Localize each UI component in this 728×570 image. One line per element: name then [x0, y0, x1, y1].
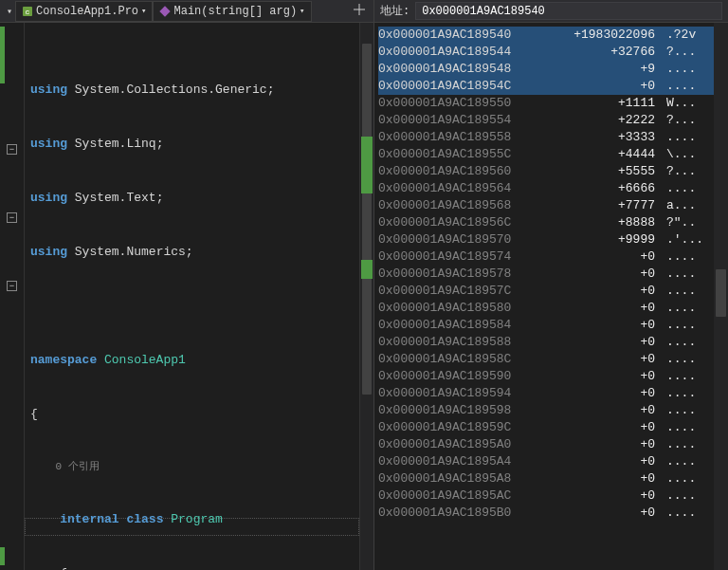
memory-row[interactable]: 0x000001A9AC189598+0.... [378, 402, 728, 419]
memory-value: +7777 [553, 197, 666, 214]
memory-row[interactable]: 0x000001A9AC189554+2222?... [378, 112, 728, 129]
memory-value: +0 [553, 453, 666, 470]
method-scope-label: Main(string[] arg) [173, 5, 297, 18]
memory-address: 0x000001A9AC189548 [378, 61, 553, 78]
fold-glyph[interactable]: − [7, 212, 17, 223]
memory-value: +9999 [553, 231, 666, 248]
memory-value: +6666 [553, 180, 666, 197]
memory-address: 0x000001A9AC18957C [378, 283, 553, 300]
memory-value: +5555 [553, 163, 666, 180]
code-editor[interactable]: − − − using System.Collections.Generic; … [0, 23, 373, 570]
memory-address: 0x000001A9AC1895A8 [378, 470, 553, 487]
memory-row[interactable]: 0x000001A9AC1895B0+0.... [378, 505, 728, 522]
memory-row[interactable]: 0x000001A9AC1895A0+0.... [378, 436, 728, 453]
memory-row[interactable]: 0x000001A9AC18955C+4444\... [378, 146, 728, 163]
memory-value: +0 [553, 487, 666, 505]
svg-text:c: c [26, 8, 30, 16]
memory-row[interactable]: 0x000001A9AC189560+5555?... [378, 163, 728, 180]
memory-value: +2222 [553, 112, 666, 129]
memory-value: +0 [553, 419, 666, 436]
memory-address: 0x000001A9AC189568 [378, 197, 553, 214]
file-scope-label: ConsoleApp1.Pro [36, 5, 138, 18]
memory-scrollbar[interactable] [714, 23, 728, 570]
memory-row[interactable]: 0x000001A9AC18959C+0.... [378, 419, 728, 436]
memory-address: 0x000001A9AC189560 [378, 163, 553, 180]
memory-row[interactable]: 0x000001A9AC189540+1983022096.?2v [378, 27, 728, 44]
memory-value: +0 [553, 334, 666, 351]
memory-row[interactable]: 0x000001A9AC1895AC+0.... [378, 487, 728, 505]
nav-left-icon[interactable]: ▾ [4, 6, 15, 17]
file-scope-tab[interactable]: c ConsoleApp1.Pro ▾ [15, 1, 153, 22]
memory-row[interactable]: 0x000001A9AC189550+1111W... [378, 95, 728, 112]
memory-row[interactable]: 0x000001A9AC18957C+0.... [378, 283, 728, 300]
memory-address: 0x000001A9AC18956C [378, 214, 553, 231]
memory-row[interactable]: 0x000001A9AC189570+9999.'... [378, 231, 728, 248]
memory-row[interactable]: 0x000001A9AC189590+0.... [378, 368, 728, 385]
memory-row[interactable]: 0x000001A9AC189548+9.... [378, 61, 728, 78]
memory-address: 0x000001A9AC189558 [378, 129, 553, 146]
chevron-down-icon: ▾ [141, 6, 146, 16]
memory-value: +0 [553, 505, 666, 522]
memory-row[interactable]: 0x000001A9AC1895A4+0.... [378, 453, 728, 470]
memory-row[interactable]: 0x000001A9AC189588+0.... [378, 334, 728, 351]
memory-value: +0 [553, 283, 666, 300]
memory-value: +0 [553, 248, 666, 266]
fold-glyph[interactable]: − [7, 281, 17, 291]
memory-address: 0x000001A9AC189584 [378, 317, 553, 334]
memory-address: 0x000001A9AC189590 [378, 368, 553, 385]
address-label: 地址: [380, 3, 410, 19]
memory-row[interactable]: 0x000001A9AC189574+0.... [378, 248, 728, 266]
memory-row[interactable]: 0x000001A9AC18958C+0.... [378, 351, 728, 368]
memory-value: +0 [553, 436, 666, 453]
code-editor-pane: ▾ c ConsoleApp1.Pro ▾ Main(string[] arg)… [0, 0, 374, 570]
memory-row[interactable]: 0x000001A9AC189580+0.... [378, 300, 728, 317]
memory-address: 0x000001A9AC189570 [378, 231, 553, 248]
memory-value: +1983022096 [553, 27, 666, 44]
address-input[interactable] [415, 2, 722, 20]
memory-value: +0 [553, 78, 666, 95]
memory-address: 0x000001A9AC189588 [378, 334, 553, 351]
memory-address: 0x000001A9AC189540 [378, 27, 553, 44]
memory-value: +3333 [553, 129, 666, 146]
method-scope-tab[interactable]: Main(string[] arg) ▾ [153, 1, 311, 22]
memory-address: 0x000001A9AC189598 [378, 402, 553, 419]
memory-row[interactable]: 0x000001A9AC189564+6666.... [378, 180, 728, 197]
memory-address: 0x000001A9AC18958C [378, 351, 553, 368]
editor-scrollbar[interactable] [359, 23, 373, 570]
split-icon[interactable] [349, 3, 370, 20]
memory-row[interactable]: 0x000001A9AC189578+0.... [378, 266, 728, 283]
memory-address: 0x000001A9AC189578 [378, 266, 553, 283]
memory-row[interactable]: 0x000001A9AC189544+32766?... [378, 44, 728, 61]
memory-value: +32766 [553, 44, 666, 61]
memory-view-pane: 地址: 0x000001A9AC189540+1983022096.?2v0x0… [374, 0, 728, 570]
memory-value: +0 [553, 402, 666, 419]
memory-row[interactable]: 0x000001A9AC189594+0.... [378, 385, 728, 402]
memory-address: 0x000001A9AC189554 [378, 112, 553, 129]
memory-row[interactable]: 0x000001A9AC18954C+0.... [378, 78, 728, 95]
memory-value: +0 [553, 266, 666, 283]
memory-row[interactable]: 0x000001A9AC18956C+8888?".. [378, 214, 728, 231]
memory-row[interactable]: 0x000001A9AC1895A8+0.... [378, 470, 728, 487]
editor-gutter[interactable]: − − − [0, 23, 25, 570]
editor-breadcrumb: ▾ c ConsoleApp1.Pro ▾ Main(string[] arg)… [0, 0, 373, 23]
memory-address: 0x000001A9AC1895AC [378, 487, 553, 505]
memory-row[interactable]: 0x000001A9AC189558+3333.... [378, 129, 728, 146]
memory-value: +4444 [553, 146, 666, 163]
memory-address: 0x000001A9AC18955C [378, 146, 553, 163]
code-content[interactable]: using System.Collections.Generic; using … [25, 23, 373, 570]
memory-address: 0x000001A9AC189580 [378, 300, 553, 317]
memory-address: 0x000001A9AC189574 [378, 248, 553, 266]
memory-header: 地址: [374, 0, 728, 23]
memory-body[interactable]: 0x000001A9AC189540+1983022096.?2v0x00000… [374, 23, 728, 570]
memory-value: +0 [553, 470, 666, 487]
memory-value: +0 [553, 385, 666, 402]
memory-value: +0 [553, 368, 666, 385]
memory-address: 0x000001A9AC189594 [378, 385, 553, 402]
memory-address: 0x000001A9AC18954C [378, 78, 553, 95]
fold-glyph[interactable]: − [7, 144, 17, 155]
memory-row[interactable]: 0x000001A9AC189584+0.... [378, 317, 728, 334]
class-codelens[interactable]: 0 个引用 [55, 461, 99, 472]
memory-row[interactable]: 0x000001A9AC189568+7777a... [378, 197, 728, 214]
memory-address: 0x000001A9AC1895A4 [378, 453, 553, 470]
memory-address: 0x000001A9AC1895A0 [378, 436, 553, 453]
